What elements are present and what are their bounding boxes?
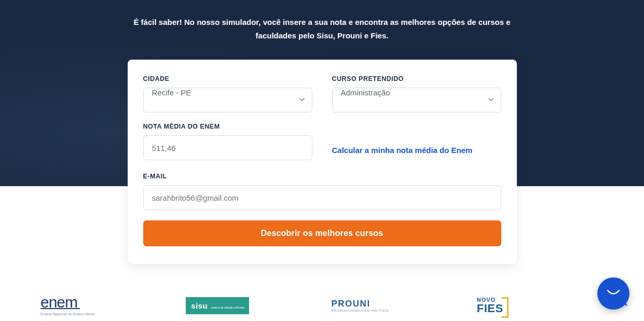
sisu-logo: sisu sistema de seleção unificada <box>186 290 312 321</box>
enem-logo-text: enem <box>40 295 95 310</box>
email-input[interactable] <box>143 185 501 210</box>
smile-icon <box>606 289 621 298</box>
chat-button[interactable] <box>597 277 629 310</box>
sisu-logo-text: sisu <box>191 301 208 310</box>
prouni-logo-subtext: PROGRAMA UNIVERSIDADE PARA TODOS <box>332 309 389 312</box>
nota-label: NOTA MÉDIA DO ENEM <box>143 123 312 130</box>
cidade-label: CIDADE <box>143 75 312 82</box>
email-label: E-MAIL <box>143 173 501 180</box>
enem-logo: enem Exame Nacional do Ensino Médio <box>40 290 167 321</box>
programs-row: enem Exame Nacional do Ensino Médio O qu… <box>0 264 644 321</box>
enem-logo-subtext: Exame Nacional do Ensino Médio <box>40 312 95 316</box>
fies-bracket-icon <box>501 297 509 318</box>
prouni-logo: PROUNI PROGRAMA UNIVERSIDADE PARA TODOS <box>332 290 458 321</box>
nota-input[interactable] <box>143 135 312 160</box>
calc-nota-link[interactable]: Calcular a minha nota média do Enem <box>332 137 501 162</box>
submit-button[interactable]: Descobrir os melhores cursos <box>143 220 501 246</box>
hero-intro-text: É fácil saber! No nosso simulador, você … <box>130 0 514 42</box>
cidade-select[interactable]: Recife - PE <box>143 88 312 113</box>
fies-logo: NOVO FIES <box>477 290 604 321</box>
curso-select[interactable]: Administração <box>332 88 501 113</box>
sisu-logo-subtext: sistema de seleção unificada <box>211 306 244 310</box>
prouni-logo-text: PROUNI <box>332 299 389 309</box>
fies-logo-text: FIES <box>477 303 503 314</box>
simulator-card: CIDADE Recife - PE CURSO PRETENDIDO Admi… <box>128 60 517 264</box>
curso-label: CURSO PRETENDIDO <box>332 75 501 82</box>
